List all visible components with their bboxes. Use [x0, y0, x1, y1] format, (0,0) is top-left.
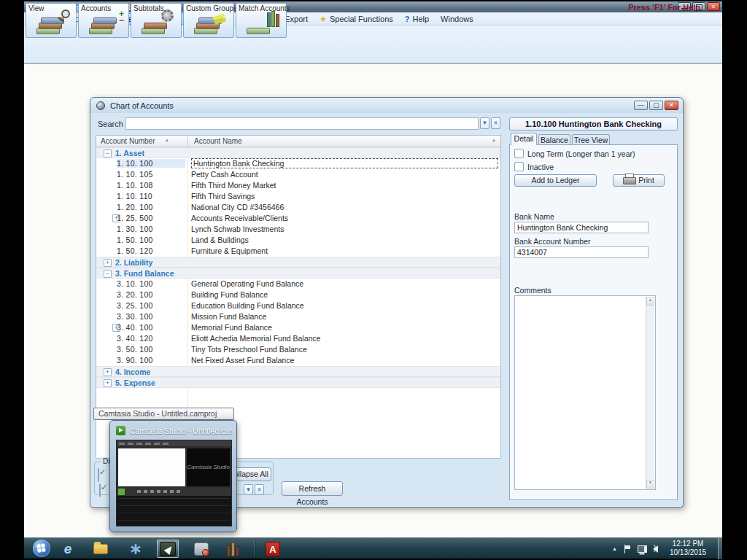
- comments-scrollbar[interactable]: ▲ ▼: [646, 297, 654, 489]
- table-row[interactable]: 3. 50. 100Tiny Tots Preschool Fund Balan…: [96, 344, 500, 355]
- group-label: 3. Fund Balance: [115, 269, 174, 278]
- footer-dropdown-button[interactable]: ▼: [244, 484, 253, 495]
- scroll-down-icon[interactable]: ▼: [646, 480, 654, 489]
- column-account-number[interactable]: Account Number: [101, 137, 155, 145]
- dialog-maximize-button[interactable]: ▢: [649, 101, 663, 110]
- table-row[interactable]: 1. 20. 100National City CD #3456466: [96, 202, 500, 213]
- account-number-cell: 3. 40. 100: [117, 323, 185, 332]
- account-number-cell: 3. 25. 100: [117, 301, 185, 310]
- inactive-checkbox[interactable]: [514, 162, 524, 171]
- menu-special-functions[interactable]: ★ Special Functions: [314, 13, 398, 25]
- table-row[interactable]: 1. 10. 105Petty Cash Account: [96, 169, 500, 180]
- comments-textarea[interactable]: ▲ ▼: [514, 295, 656, 490]
- taskbar-clock[interactable]: 12:12 PM 10/13/2015: [661, 540, 715, 557]
- camtasia-toolbar-thumb: [117, 488, 231, 496]
- long-term-checkbox[interactable]: [514, 149, 524, 158]
- display-option-checkbox-2[interactable]: [99, 483, 101, 497]
- accounts-table-body: −1. Asset1. 10. 100Huntington Bank Check…: [96, 147, 500, 388]
- bank-account-number-input[interactable]: [514, 246, 649, 258]
- table-row[interactable]: +5. Expense: [96, 377, 500, 388]
- selected-account-header: 1.10.100 Huntington Bank Checking: [509, 117, 678, 131]
- toolbar-custom-groups-button[interactable]: Custom Groups: [183, 3, 234, 38]
- table-row[interactable]: 1. 30. 100Lynch Schwab Investments: [96, 224, 500, 235]
- table-row[interactable]: 3. 90. 100Net Fixed Asset Fund Balance: [96, 355, 500, 366]
- account-name-cell: General Operating Fund Balance: [191, 279, 498, 288]
- account-name-cell: Net Fixed Asset Fund Balance: [191, 356, 498, 365]
- start-button[interactable]: [33, 540, 50, 557]
- tab-tree-view[interactable]: Tree View: [572, 134, 610, 145]
- bank-account-number-label: Bank Account Number: [514, 237, 590, 246]
- taskbar-adobe-reader[interactable]: A: [262, 540, 284, 558]
- add-to-ledger-button[interactable]: Add to Ledger: [514, 174, 597, 187]
- table-row[interactable]: 1. 50. 100Land & Buildings: [96, 235, 500, 246]
- toolbar-view-button[interactable]: View: [26, 3, 77, 38]
- expander-icon[interactable]: +: [104, 259, 112, 267]
- expander-icon[interactable]: +: [104, 368, 112, 376]
- menu-help[interactable]: ? Help: [400, 13, 434, 25]
- bank-name-input[interactable]: [514, 222, 649, 233]
- screen: Accounting (Jan - Dec 2015) × Transactio…: [0, 0, 747, 560]
- column-account-name[interactable]: Account Name: [194, 137, 242, 145]
- chart-of-accounts-icon: [96, 101, 105, 110]
- table-row[interactable]: −3. Fund Balance: [96, 268, 500, 279]
- tab-balance[interactable]: Balance: [538, 134, 570, 145]
- print-button[interactable]: Print: [613, 174, 665, 187]
- detail-tab-panel: Long Term (Longer than 1 year) Inactive …: [509, 144, 678, 500]
- tray-expand-icon[interactable]: ▲: [612, 546, 617, 551]
- camtasia-icon: [116, 426, 125, 435]
- display-option-checkbox-1[interactable]: [98, 468, 99, 482]
- table-row[interactable]: +3. 40. 100Memorial Fund Balance: [96, 322, 500, 333]
- account-name-cell: Huntington Bank Checking: [191, 158, 498, 168]
- toolbar-match-accounts-button[interactable]: Match Accounts: [236, 3, 287, 38]
- dialog-titlebar[interactable]: Chart of Accounts — ▢ ×: [90, 98, 683, 113]
- search-dropdown-button[interactable]: ▼: [480, 117, 489, 129]
- dialog-close-button[interactable]: ×: [665, 101, 678, 110]
- subtotals-gear-icon: [142, 14, 171, 34]
- dialog-minimize-button[interactable]: —: [634, 101, 648, 110]
- table-row[interactable]: −1. Asset: [96, 147, 500, 158]
- table-row[interactable]: 3. 25. 100Education Building Fund Balanc…: [96, 300, 500, 311]
- long-term-label: Long Term (Longer than 1 year): [527, 149, 635, 158]
- table-row[interactable]: 3. 20. 100Building Fund Balance: [96, 289, 500, 300]
- search-input[interactable]: [125, 117, 479, 130]
- tab-detail[interactable]: Detail: [511, 133, 537, 145]
- taskbar-file-explorer[interactable]: [90, 540, 112, 558]
- scroll-up-icon[interactable]: ▲: [646, 297, 654, 306]
- table-row[interactable]: 1. 10. 110Fifth Third Savings: [96, 191, 500, 202]
- expander-icon[interactable]: −: [104, 270, 112, 278]
- taskbar-accounting-app[interactable]: [222, 540, 244, 558]
- table-row[interactable]: 1. 10. 100Huntington Bank Checking: [96, 158, 500, 169]
- table-row[interactable]: +2. Liability: [96, 257, 500, 268]
- app-close-button[interactable]: ×: [707, 2, 720, 11]
- toolbar-subtotals-button[interactable]: Subtotals: [131, 3, 182, 38]
- volume-icon[interactable]: [653, 545, 658, 553]
- action-center-icon[interactable]: [624, 545, 631, 553]
- taskbar-recorder[interactable]: [190, 540, 212, 558]
- table-row[interactable]: 1. 50. 120Furniture & Equipment: [96, 246, 500, 257]
- taskbar-internet-explorer[interactable]: e: [57, 540, 79, 558]
- account-name-cell: Fifth Third Savings: [191, 192, 498, 201]
- expander-icon[interactable]: −: [104, 149, 112, 158]
- camtasia-thumbnail[interactable]: Camtasia Studio: [116, 440, 232, 526]
- camtasia-preview-popup[interactable]: Camtasia Studio - Untitled.cam... Camtas…: [109, 420, 237, 532]
- table-row[interactable]: +1. 25. 500Accounts Receivable/Clients: [96, 213, 500, 224]
- search-clear-button[interactable]: ×: [491, 117, 500, 129]
- footer-clear-button[interactable]: ×: [255, 484, 264, 495]
- accounts-books-icon: +−: [89, 14, 118, 34]
- toolbar-accounts-button[interactable]: Accounts +−: [78, 3, 129, 38]
- table-row[interactable]: 3. 10. 100General Operating Fund Balance: [96, 279, 500, 289]
- plus-minus-icon: +−: [119, 11, 124, 24]
- account-number-cell: 3. 30. 100: [117, 312, 185, 321]
- table-row[interactable]: 1. 10. 108Fifth Third Money Market: [96, 180, 500, 191]
- table-row[interactable]: 3. 30. 100Mission Fund Balance: [96, 311, 500, 322]
- taskbar-app-flower[interactable]: ∗: [125, 540, 147, 558]
- taskbar-camtasia[interactable]: [157, 540, 179, 558]
- expander-icon[interactable]: +: [104, 379, 112, 387]
- menu-windows[interactable]: Windows: [436, 13, 479, 25]
- bank-name-label: Bank Name: [514, 212, 554, 221]
- refresh-accounts-button[interactable]: Refresh Accounts: [282, 481, 343, 496]
- show-desktop-button[interactable]: [718, 538, 722, 559]
- table-row[interactable]: +4. Income: [96, 366, 500, 377]
- match-accounts-icon: [247, 14, 276, 34]
- table-row[interactable]: 3. 40. 120Eliott Achedia Memorial Fund B…: [96, 333, 500, 344]
